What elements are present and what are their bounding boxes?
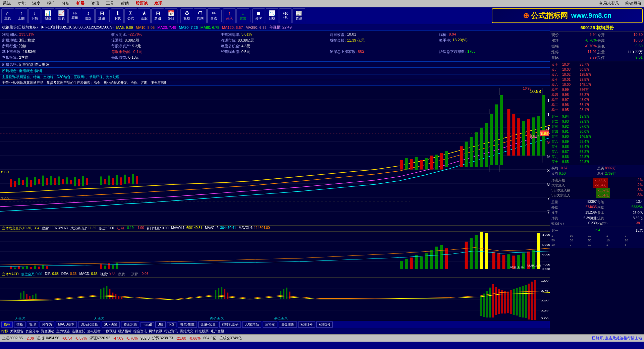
link-main-track[interactable]: 主力轨迹 <box>56 329 70 334</box>
limit-down-value: 9.01 <box>636 55 643 60</box>
btn-f10[interactable]: F10F10 <box>279 8 292 23</box>
svg-rect-19 <box>46 178 48 185</box>
tab-capmaster[interactable]: 资金主图 <box>279 322 297 328</box>
menu-tools[interactable]: 工具 <box>105 1 115 6</box>
svg-rect-99 <box>18 266 20 269</box>
main-chart[interactable]: 11.00 10.50 10.00 9.50 9.00 8.50 8.00 7.… <box>0 86 550 225</box>
menu-info[interactable]: 资讯 <box>90 1 101 6</box>
total-trade: 总成交3749亿 <box>219 336 242 341</box>
btn-buy[interactable]: ↑买入 <box>223 8 236 23</box>
buy-7-row: 买七9.8838.4万 <box>551 144 643 149</box>
link-capital-drive[interactable]: 资金驱动 <box>41 329 54 334</box>
svg-rect-17 <box>38 179 40 184</box>
btn-download[interactable]: ⬇下载 <box>111 8 124 23</box>
link-account[interactable]: 账户金额 <box>211 329 224 334</box>
tab-threegen[interactable]: 三将军 <box>263 322 277 328</box>
svg-rect-25 <box>70 180 72 184</box>
menu-quote[interactable]: 报价 <box>46 1 56 6</box>
tab-champ1[interactable]: 冠军1号 <box>298 322 315 328</box>
btn-select[interactable]: ★选股 <box>138 8 151 23</box>
svg-text:11.00: 11.00 <box>547 98 550 103</box>
login-status[interactable]: 交易未登录 <box>598 1 621 6</box>
btn-up[interactable]: ↑上翻 <box>15 8 28 23</box>
btn-minute[interactable]: ⏺分时 <box>252 8 265 23</box>
link-related[interactable]: 关联报告 <box>10 329 23 334</box>
tab-indicator[interactable]: 指标 <box>1 322 13 328</box>
btn-down[interactable]: ↓下翻 <box>28 8 41 23</box>
svg-rect-114 <box>410 257 413 269</box>
btn-indicator[interactable]: 📈指表 <box>55 8 68 23</box>
tab-saveas[interactable]: 另存为 <box>40 322 54 328</box>
menu-discover[interactable]: 发现 <box>153 1 164 6</box>
svg-text:2000: 2000 <box>542 268 550 271</box>
btn-daily[interactable]: 📉日线 <box>266 8 278 23</box>
tab-scatter[interactable]: 每笔·集散 <box>178 322 197 328</box>
btn-formula[interactable]: Σ公式 <box>124 8 137 23</box>
tab-3d[interactable]: 3D加精品 <box>242 322 261 328</box>
svg-rect-13 <box>22 180 24 185</box>
btn-block[interactable]: ⊞迪题 <box>95 8 108 23</box>
tab-finbox[interactable]: 财时机盒子 <box>219 322 241 328</box>
concept-bar: 所属概念: 重组概念 特钢 <box>0 68 550 74</box>
chart-area: 杭钢股份(日线前复权) ▶ F10资料3D(5,10,20,30,60,120,… <box>0 24 550 334</box>
btn-multiday[interactable]: 📅多日 <box>165 8 177 23</box>
tab-champ2[interactable]: 冠军2号 <box>316 322 333 328</box>
svg-rect-46 <box>430 156 433 170</box>
menu-analysis[interactable]: 分析 <box>60 1 71 6</box>
buy-2-row: 买二9.9379.9万 <box>551 119 643 124</box>
btn-quote[interactable]: 📊报价 <box>42 8 54 23</box>
btn-multigraph[interactable]: ⊞多图 <box>151 8 164 23</box>
tab-goldvol[interactable]: 金量+预量 <box>198 322 218 328</box>
svg-rect-39 <box>136 176 138 184</box>
btn-home[interactable]: ⌂主页 <box>1 8 14 23</box>
link-net-info[interactable]: 网情资讯 <box>149 329 162 334</box>
btn-ranking[interactable]: ↕迪题 <box>82 8 95 23</box>
tab-macdi[interactable]: macdl <box>141 322 154 327</box>
menu-pool[interactable]: 股票池 <box>134 1 149 6</box>
tab-kd[interactable]: KD <box>167 322 176 327</box>
svg-rect-100 <box>22 267 24 269</box>
menu-help[interactable]: 帮助 <box>119 1 130 6</box>
link-eco-indicator[interactable]: 经济指标 <box>118 329 131 334</box>
svg-text:7.00: 7.00 <box>547 210 550 215</box>
link-hot-topic[interactable]: 热点题材 <box>87 329 101 334</box>
tab-template[interactable]: 摸板 <box>14 322 25 328</box>
menu-system[interactable]: 系统 <box>1 1 12 6</box>
link-capital-dist[interactable]: 资金分布 <box>25 329 39 334</box>
link-position[interactable]: 排仓股票 <box>195 329 209 334</box>
btn-adjust[interactable]: ♻复权 <box>180 8 193 23</box>
menu-function[interactable]: 功能 <box>16 1 27 6</box>
menu-extend[interactable]: 扩展 <box>75 1 86 6</box>
link-comprehensive[interactable]: 综合资讯 <box>133 329 147 334</box>
menu-deep[interactable]: 深度 <box>31 1 42 6</box>
tab-dde[interactable]: DDEsc短板 <box>78 322 100 328</box>
btn-sell[interactable]: ↓卖出 <box>236 8 249 23</box>
tab-macd[interactable]: MACD基本 <box>56 322 77 328</box>
svg-rect-181 <box>495 287 497 315</box>
link-indicator[interactable]: 指标 <box>1 329 8 334</box>
chart-annotation-high: 10.98 <box>523 86 531 90</box>
tab-suf[interactable]: SUF决策 <box>102 322 120 328</box>
top-menu-bar: 系统 功能 深度 报价 分析 扩展 资讯 工具 帮助 股票池 发现 交易未登录 … <box>0 0 644 7</box>
svg-rect-15 <box>30 180 32 187</box>
svg-rect-172 <box>280 291 281 299</box>
svg-rect-129 <box>502 255 505 269</box>
toolbar-sep3 <box>221 10 222 22</box>
btn-period[interactable]: ⏱周期 <box>194 8 207 23</box>
svg-rect-180 <box>492 284 494 317</box>
tab-capital[interactable]: 资金水源 <box>121 322 139 328</box>
btn-news[interactable]: 📰资讯 <box>292 8 305 23</box>
toolbar: ⌂主页 ↑上翻 ↓下翻 📊报价 📈指表 F6超赢 ↕迪题 ⊞迪题 ⬇下载 Σ公式… <box>0 7 644 24</box>
link-orders[interactable]: 委托成交 <box>180 329 193 334</box>
link-single-expect[interactable]: 一数预期 <box>103 329 116 334</box>
tab-bline[interactable]: B线 <box>155 322 166 328</box>
svg-rect-11 <box>14 181 16 187</box>
tab-manage[interactable]: 管理 <box>27 322 38 328</box>
link-surge-trap[interactable]: 连涨空托 <box>72 329 85 334</box>
btn-f6[interactable]: F6超赢 <box>68 8 81 23</box>
svg-rect-33 <box>112 178 114 185</box>
link-industry[interactable]: 行业资讯 <box>164 329 178 334</box>
right-panel-header: 600126 杭钢股份 <box>550 24 644 32</box>
btn-draw[interactable]: ✏画线 <box>207 8 220 23</box>
connection-note[interactable]: 已解开, 点击此处连接行情主站 <box>592 336 642 341</box>
